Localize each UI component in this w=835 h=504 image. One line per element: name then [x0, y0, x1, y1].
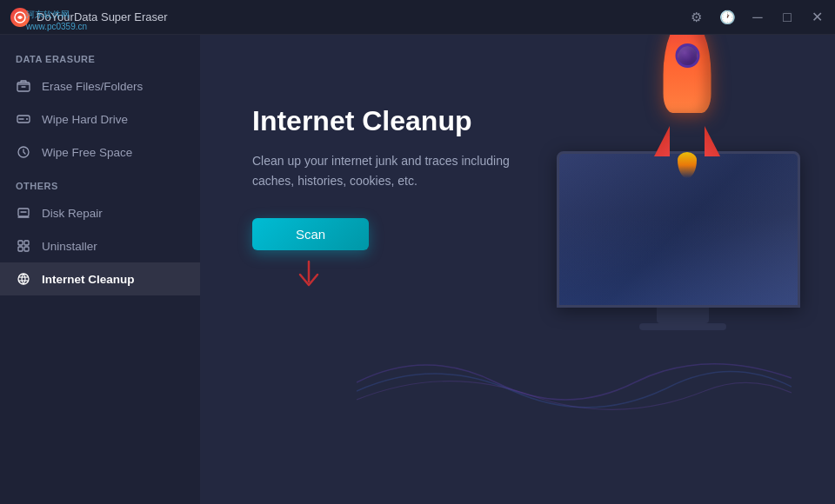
monitor-base [639, 323, 726, 330]
sidebar-item-erase-files[interactable]: Erase Files/Folders [0, 70, 200, 103]
rocket-body [664, 35, 711, 113]
app-title: DoYourData Super Eraser [37, 10, 168, 23]
close-button[interactable]: ✕ [809, 10, 825, 25]
sidebar-item-wipe-hard-drive[interactable]: Wipe Hard Drive [0, 103, 200, 136]
sidebar-item-disk-repair-label: Disk Repair [42, 207, 103, 220]
scan-button-container: Scan [252, 218, 513, 292]
arrow-indicator [252, 257, 365, 292]
sidebar-item-uninstaller-label: Uninstaller [42, 240, 97, 253]
minimize-button[interactable]: ─ [750, 10, 765, 25]
scan-button[interactable]: Scan [252, 218, 369, 250]
rocket-window [675, 43, 699, 68]
sidebar-item-erase-files-label: Erase Files/Folders [42, 80, 143, 93]
main-content: Internet Cleanup Clean up your internet … [200, 35, 835, 504]
sidebar-item-internet-cleanup[interactable]: Internet Cleanup [0, 262, 200, 295]
app-logo [10, 8, 30, 27]
feature-title: Internet Cleanup [252, 104, 513, 137]
disk-repair-icon [16, 205, 31, 221]
sidebar-item-internet-cleanup-label: Internet Cleanup [42, 273, 135, 286]
svg-rect-12 [18, 247, 23, 251]
sidebar-item-wipe-free-space[interactable]: Wipe Free Space [0, 136, 200, 169]
hard-drive-icon [16, 111, 31, 127]
sidebar-item-disk-repair[interactable]: Disk Repair [0, 196, 200, 229]
sidebar-item-wipe-free-space-label: Wipe Free Space [42, 146, 132, 159]
folder-delete-icon [16, 78, 31, 94]
data-erasure-section-title: Data Erasure [0, 42, 200, 70]
settings-icon[interactable]: ⚙ [687, 9, 705, 26]
maximize-button[interactable]: □ [779, 10, 795, 25]
internet-cleanup-icon [16, 271, 31, 287]
content-area: Internet Cleanup Clean up your internet … [200, 35, 835, 504]
sidebar: Data Erasure Erase Files/Folders [0, 35, 200, 504]
uninstaller-icon [16, 238, 31, 254]
clock-icon [16, 144, 31, 160]
rocket-fin-right [705, 126, 720, 156]
others-section-title: Others [0, 169, 200, 196]
illustration [496, 52, 809, 330]
svg-rect-13 [24, 247, 29, 251]
svg-rect-11 [24, 241, 29, 245]
sidebar-item-uninstaller[interactable]: Uninstaller [0, 229, 200, 262]
svg-point-4 [26, 118, 28, 120]
history-icon[interactable]: 🕐 [718, 9, 736, 26]
titlebar: 河东软件网 www.pc0359.cn DoYourData Super Era… [0, 0, 835, 35]
svg-rect-10 [18, 241, 23, 245]
monitor-stand [657, 308, 709, 323]
rocket-fin-left [654, 126, 670, 156]
rocket [644, 35, 731, 156]
rocket-flame [678, 152, 697, 178]
sidebar-item-wipe-hard-drive-label: Wipe Hard Drive [42, 113, 128, 126]
text-section: Internet Cleanup Clean up your internet … [252, 104, 513, 292]
monitor-screen [557, 151, 800, 308]
window-controls: ⚙ 🕐 ─ □ ✕ [687, 9, 825, 26]
app-body: Data Erasure Erase Files/Folders [0, 35, 835, 504]
feature-desc: Clean up your internet junk and traces i… [252, 151, 513, 190]
svg-point-14 [18, 274, 29, 284]
